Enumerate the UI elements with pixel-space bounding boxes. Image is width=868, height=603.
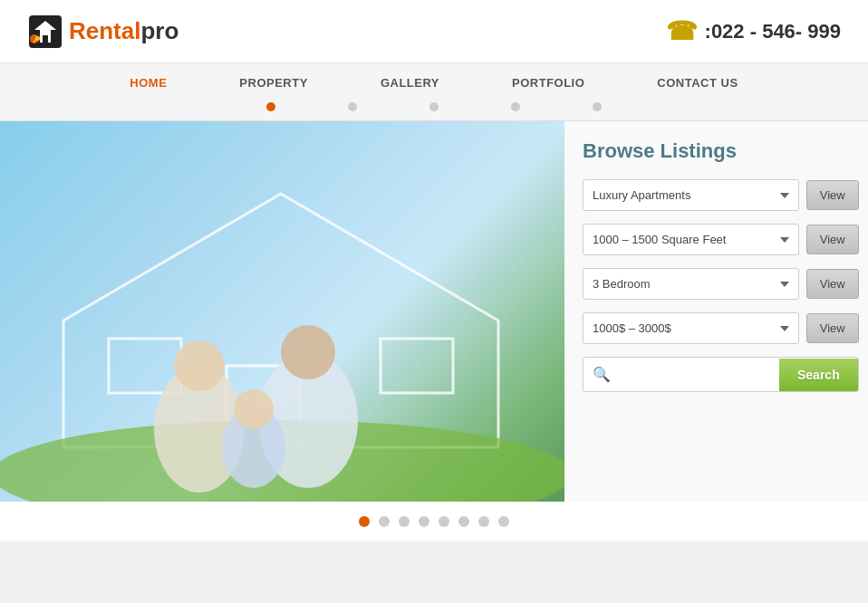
svg-rect-3 [43,35,48,43]
main-content: Browse Listings Luxury Apartments Standa… [0,121,868,502]
filter-size-select[interactable]: 1000 – 1500 Square Feet 500 – 1000 Squar… [583,224,799,255]
carousel-dot-8[interactable] [498,516,509,527]
nav-gallery[interactable]: GALLERY [381,76,439,99]
nav-home[interactable]: HOME [130,76,167,99]
nav-indicator-dots [0,99,868,120]
view-size-button[interactable]: View [806,225,859,254]
filter-row-bedroom: 3 Bedroom 1 Bedroom 2 Bedroom 4 Bedroom … [583,268,859,300]
header: 🔑 Rentalpro ☎ :022 - 546- 999 [0,0,868,63]
filter-type-select[interactable]: Luxury Apartments Standard Apartments Vi… [583,179,799,211]
carousel-dot-5[interactable] [439,516,449,527]
filter-row-size: 1000 – 1500 Square Feet 500 – 1000 Squar… [583,224,859,255]
svg-point-16 [234,389,274,429]
search-input[interactable] [620,359,779,389]
logo-rental: Rental [69,17,140,44]
carousel-dot-6[interactable] [458,516,469,527]
nav-dot-gallery [429,102,439,111]
svg-point-12 [174,340,225,391]
view-type-button[interactable]: View [806,180,859,210]
nav-dot-home [266,102,275,111]
nav-dot-property [348,102,357,111]
carousel-dot-7[interactable] [478,516,489,527]
logo[interactable]: 🔑 Rentalpro [27,14,178,50]
nav-dot-contact [593,102,602,111]
carousel-dot-4[interactable] [419,516,429,527]
filter-row-type: Luxury Apartments Standard Apartments Vi… [583,179,859,211]
family-image [0,121,564,502]
phone-number: ☎ :022 - 546- 999 [666,16,841,46]
filter-row-price: 1000$ – 3000$ 500$ – 1000$ 3000$ – 5000$… [583,312,859,344]
search-row: 🔍 Search [583,357,859,392]
carousel-dot-3[interactable] [399,516,410,527]
logo-pro: pro [140,17,178,44]
carousel-dot-1[interactable] [359,516,370,527]
nav-portfolio[interactable]: PORTFOLIO [512,76,584,99]
nav-menu: HOME PROPERTY GALLERY PORTFOLIO CONTACT … [0,63,868,99]
svg-point-14 [281,325,335,379]
view-bedroom-button[interactable]: View [806,269,859,299]
phone-text: :022 - 546- 999 [705,20,841,43]
logo-icon: 🔑 [27,14,63,50]
navigation: HOME PROPERTY GALLERY PORTFOLIO CONTACT … [0,63,868,121]
carousel-dots [0,502,868,541]
logo-text: Rentalpro [69,17,178,45]
phone-icon: ☎ [666,16,698,46]
nav-contact[interactable]: CONTACT US [657,76,738,99]
hero-image [0,121,564,502]
filter-bedroom-select[interactable]: 3 Bedroom 1 Bedroom 2 Bedroom 4 Bedroom [583,268,799,300]
search-icon: 🔍 [583,358,620,391]
svg-text:🔑: 🔑 [33,35,41,43]
carousel-dot-2[interactable] [379,516,390,527]
nav-property[interactable]: PROPERTY [239,76,308,99]
browse-title: Browse Listings [583,139,859,163]
view-price-button[interactable]: View [806,313,859,343]
nav-dot-portfolio [511,102,520,111]
search-button[interactable]: Search [779,359,858,391]
sidebar: Browse Listings Luxury Apartments Standa… [564,121,868,502]
filter-price-select[interactable]: 1000$ – 3000$ 500$ – 1000$ 3000$ – 5000$ [583,312,799,344]
